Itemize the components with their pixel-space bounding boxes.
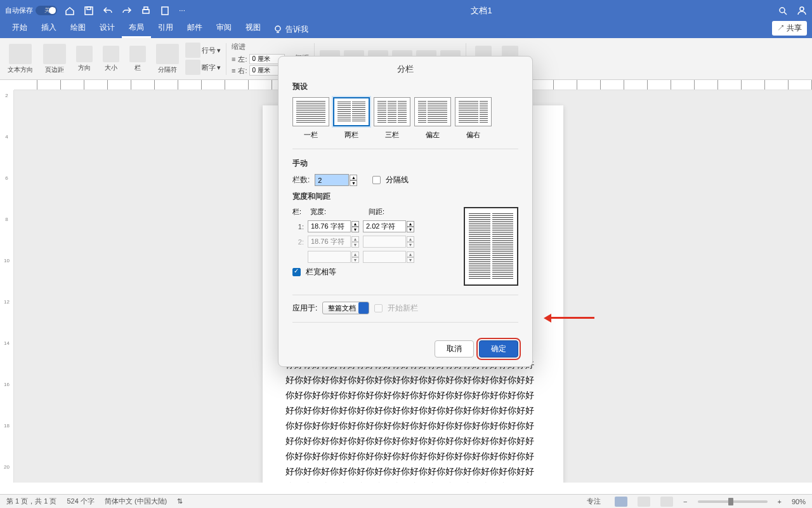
width-row: ▲▼ ▲▼ (292, 251, 452, 263)
print-layout-view-icon[interactable] (615, 497, 627, 507)
annotation-arrow (544, 314, 594, 323)
equal-width-checkbox[interactable] (292, 268, 301, 276)
ok-button[interactable]: 确定 (479, 340, 518, 358)
svg-rect-3 (144, 7, 148, 10)
title-bar: 自动保存 关闭 ··· 文档1 (0, 0, 812, 21)
preset-偏右[interactable]: 偏右 (455, 97, 492, 140)
preview-box (464, 207, 518, 286)
col-spacing-input (363, 251, 406, 263)
svg-point-7 (275, 26, 280, 31)
undo-icon[interactable] (103, 6, 113, 16)
read-mode-view-icon[interactable] (638, 497, 650, 507)
width-spacing-label: 宽度和间距 (292, 191, 518, 202)
redo-icon[interactable] (122, 6, 132, 16)
col-header: 栏: (292, 207, 310, 217)
columns-label: 栏 (134, 64, 141, 72)
share-label: 共享 (787, 23, 802, 32)
width-row: 2: ▲▼ ▲▼ (292, 236, 452, 248)
document-line: 你好你好你好你好你好你好你好你好你好你好你好你好你好你好 (285, 420, 540, 432)
zoom-slider[interactable] (698, 500, 768, 503)
divider-checkbox[interactable] (372, 176, 381, 184)
page-status[interactable]: 第 1 页，共 1 页 (6, 497, 56, 506)
new-column-checkbox (374, 304, 383, 312)
share-button[interactable]: ↗ 共享 (772, 21, 807, 36)
tab-布局[interactable]: 布局 (122, 19, 151, 38)
equal-width-label: 栏宽相等 (306, 267, 336, 277)
spin-up-icon[interactable]: ▲ (350, 175, 357, 180)
preset-两栏[interactable]: 两栏 (333, 97, 370, 140)
preset-label: 一栏 (304, 130, 318, 140)
columns-dialog: 分栏 预设 一栏两栏三栏偏左偏右 手动 栏数: ▲▼ 分隔线 宽度和间距 栏: … (278, 56, 533, 367)
focus-mode[interactable]: 专注 (587, 497, 601, 506)
manual-label: 手动 (292, 158, 518, 169)
margins-label: 页边距 (45, 65, 64, 74)
account-icon[interactable] (797, 6, 807, 16)
more-icon[interactable]: ··· (179, 6, 185, 16)
tab-引用[interactable]: 引用 (151, 19, 180, 38)
divider-label: 分隔线 (386, 175, 409, 185)
cancel-button[interactable]: 取消 (435, 340, 474, 358)
save-icon[interactable] (84, 6, 94, 16)
tab-开始[interactable]: 开始 (5, 19, 34, 38)
bulb-icon (274, 25, 282, 34)
document-line: 你好你好你好你好你好你好你好你好你好你好你好你好你好你好 (285, 390, 540, 401)
document-line: 你好你好你好你好你好你好你好你好你好你好你好你好你好 (285, 481, 540, 483)
word-count[interactable]: 524 个字 (67, 497, 94, 506)
hyphenation-button[interactable]: 断字 ▾ (185, 60, 221, 75)
dialog-title: 分栏 (278, 57, 532, 81)
template-icon[interactable] (160, 6, 170, 16)
apply-to-select[interactable]: 整篇文档 (322, 302, 369, 314)
tab-绘图[interactable]: 绘图 (63, 19, 93, 38)
margins-button[interactable]: 页边距 (39, 43, 70, 76)
autosave-label: 自动保存 (5, 6, 33, 15)
col-spacing-input[interactable] (363, 220, 406, 232)
tab-插入[interactable]: 插入 (34, 19, 63, 38)
text-direction-button[interactable]: 文本方向 (4, 43, 37, 76)
document-title: 文档1 (185, 5, 778, 17)
tell-me[interactable]: 告诉我 (268, 21, 315, 38)
web-layout-view-icon[interactable] (660, 497, 673, 507)
zoom-in-icon[interactable]: + (778, 498, 782, 505)
col-width-input[interactable] (308, 220, 351, 232)
new-column-label: 开始新栏 (388, 303, 418, 314)
accessibility-icon[interactable]: ⇅ (177, 497, 183, 505)
orientation-button[interactable]: 方向 (72, 44, 96, 74)
preset-label: 三栏 (385, 130, 399, 140)
autosave-switch[interactable]: 关闭 (36, 6, 57, 15)
breaks-button[interactable]: 分隔符 (152, 43, 183, 76)
autosave-toggle[interactable]: 自动保存 关闭 (5, 6, 57, 15)
line-number-button[interactable]: 行号 ▾ (185, 43, 221, 58)
text-direction-label: 文本方向 (8, 65, 33, 74)
size-button[interactable]: 大小 (99, 44, 123, 74)
tell-me-label: 告诉我 (285, 24, 308, 35)
svg-point-5 (780, 8, 785, 13)
preset-三栏[interactable]: 三栏 (374, 97, 410, 140)
tab-审阅[interactable]: 审阅 (209, 19, 239, 38)
tab-视图[interactable]: 视图 (239, 19, 268, 38)
zoom-out-icon[interactable]: − (683, 498, 687, 505)
indent-group: 缩进 ≡左: ≡右: (232, 42, 285, 76)
size-label: 大小 (105, 64, 117, 72)
document-line: 好你好你好你好你好你好你好你好你好你好你好你好你好你好好 (285, 405, 540, 417)
print-icon[interactable] (141, 6, 151, 16)
spin-down-icon[interactable]: ▼ (350, 180, 357, 186)
preset-一栏[interactable]: 一栏 (292, 97, 329, 140)
spacing-header: 间距: (369, 207, 384, 217)
svg-rect-1 (87, 7, 91, 10)
col-width-input (308, 251, 351, 263)
col-width-input (308, 236, 351, 248)
ribbon-tabs: 开始插入绘图设计布局引用邮件审阅视图 告诉我 ↗ 共享 (0, 21, 812, 38)
columns-button[interactable]: 栏 (126, 44, 150, 74)
preset-label: 偏左 (426, 130, 440, 140)
document-line: 好你好你好你好你好你好你好你好你好你好你好你好你好你好好 (285, 375, 540, 386)
home-icon[interactable] (65, 6, 75, 16)
tab-邮件[interactable]: 邮件 (180, 19, 209, 38)
zoom-level[interactable]: 90% (792, 498, 806, 505)
language-status[interactable]: 简体中文 (中国大陆) (105, 497, 167, 506)
num-cols-input[interactable] (315, 174, 349, 186)
tab-设计[interactable]: 设计 (93, 19, 122, 38)
preset-偏左[interactable]: 偏左 (414, 97, 451, 140)
search-icon[interactable] (778, 6, 788, 16)
vertical-ruler[interactable]: 24681012141618202224 (0, 90, 14, 483)
breaks-label: 分隔符 (158, 65, 177, 74)
